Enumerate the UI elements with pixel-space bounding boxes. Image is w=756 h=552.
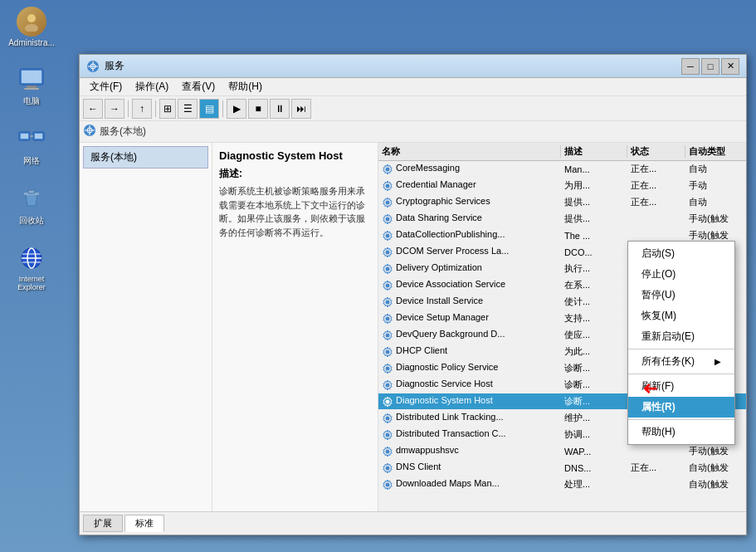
service-startup: 自动 [685, 163, 746, 175]
col-status[interactable]: 状态 [627, 145, 685, 158]
context-menu-label: 属性(R) [641, 400, 676, 414]
services-header: 名称 描述 状态 自动类型 登录为 [378, 143, 746, 161]
service-name: Distributed Transaction C... [378, 428, 561, 440]
service-name: Distributed Link Tracking... [378, 412, 561, 423]
context-menu-label: 帮助(H) [641, 425, 676, 439]
tab-standard[interactable]: 标准 [124, 515, 164, 532]
service-row[interactable]: Credential Manager 为用... 正在... 手动 本地系统 [378, 178, 746, 194]
context-menu-separator [628, 374, 734, 374]
service-name: Diagnostic System Host [378, 395, 561, 407]
service-startup: 手动(触发 [685, 212, 746, 225]
svg-point-41 [386, 449, 390, 453]
back-button[interactable]: ← [83, 99, 103, 119]
service-startup: 手动(触发 [685, 445, 746, 457]
desktop: Administra... 电脑 网络 回收站 InternetExplorer [0, 0, 756, 552]
forward-button[interactable]: → [105, 99, 124, 119]
col-desc[interactable]: 描述 [561, 145, 627, 158]
svg-rect-3 [22, 71, 41, 83]
show-hide-button[interactable]: ⊞ [159, 99, 176, 119]
desktop-icon-network[interactable]: 网络 [7, 124, 56, 167]
context-menu-label: 所有任务(K) [641, 354, 695, 369]
list-view-button[interactable]: ☰ [178, 99, 198, 119]
context-menu-item-pause[interactable]: 暂停(U) [628, 285, 734, 305]
up-button[interactable]: ↑ [132, 99, 152, 119]
service-name: CoreMessaging [378, 163, 561, 174]
service-startup: 手动 [685, 179, 746, 192]
service-name: DNS Client [378, 462, 561, 473]
menu-help[interactable]: 帮助(H) [222, 78, 269, 95]
desktop-icon-recycle-label: 回收站 [19, 215, 44, 227]
service-status: 正在... [627, 462, 685, 474]
service-name: DHCP Client [378, 345, 561, 357]
minimize-button[interactable]: ─ [681, 58, 700, 75]
service-desc: 提供... [561, 212, 627, 225]
desktop-icon-admin[interactable]: Administra... [7, 7, 56, 47]
service-name: Diagnostic Policy Service [378, 362, 561, 374]
menu-file[interactable]: 文件(F) [83, 78, 129, 95]
service-name: Delivery Optimization [378, 262, 561, 274]
title-bar: 服务 ─ □ ✕ [80, 55, 746, 78]
tab-expand[interactable]: 扩展 [83, 515, 123, 532]
desktop-icon-ie[interactable]: InternetExplorer [7, 243, 56, 291]
svg-point-1 [25, 24, 38, 32]
service-desc: 使计... [561, 296, 627, 308]
nav-item-local[interactable]: 服务(本地) [83, 146, 208, 169]
context-menu-item-help[interactable]: 帮助(H) [628, 422, 734, 442]
context-menu-label: 停止(O) [641, 267, 676, 281]
svg-point-40 [386, 432, 390, 437]
col-startup[interactable]: 自动类型 [685, 145, 746, 158]
desktop-icon-admin-label: Administra... [8, 38, 55, 47]
service-row[interactable]: Data Sharing Service 提供... 手动(触发 本地系统 [378, 211, 746, 227]
restart-button[interactable]: ⏭ [291, 99, 311, 119]
context-menu-label: 恢复(M) [641, 309, 676, 323]
context-menu-label: 启动(S) [641, 247, 675, 261]
service-name: Data Sharing Service [378, 212, 561, 224]
service-name: Device Setup Manager [378, 312, 561, 324]
detail-view-button[interactable]: ▤ [199, 99, 219, 119]
service-desc: 支持... [561, 312, 627, 325]
desktop-icon-recycle[interactable]: 回收站 [7, 183, 56, 227]
desktop-icons: Administra... 电脑 网络 回收站 InternetExplorer [7, 7, 56, 291]
desktop-icon-computer[interactable]: 电脑 [7, 64, 56, 107]
address-bar: 服务(本地) [80, 121, 746, 143]
service-desc: DNS... [561, 463, 627, 473]
service-desc: 执行... [561, 262, 627, 275]
context-menu-separator [628, 349, 734, 349]
service-row[interactable]: dmwappushsvc WAP... 手动(触发 本地系统 [378, 443, 746, 460]
service-desc: 诊断... [561, 379, 627, 391]
service-row[interactable]: Cryptographic Services 提供... 正在... 自动 网络… [378, 194, 746, 211]
pause-button[interactable]: ⏸ [270, 99, 290, 119]
context-menu-item-restart[interactable]: 重新启动(E) [628, 326, 734, 347]
col-name[interactable]: 名称 [378, 145, 561, 158]
context-menu-item-properties[interactable]: 属性(R) [628, 397, 734, 418]
maximize-button[interactable]: □ [701, 58, 719, 75]
service-name: DevQuery Background D... [378, 329, 561, 340]
context-menu-item-resume[interactable]: 恢复(M) [628, 305, 734, 326]
play-button[interactable]: ▶ [227, 99, 246, 119]
service-desc: 处理... [561, 478, 627, 491]
menu-view[interactable]: 查看(V) [175, 78, 222, 95]
service-name: Credential Manager [378, 179, 561, 191]
svg-point-37 [386, 383, 390, 387]
context-menu-item-start[interactable]: 启动(S) [628, 243, 734, 264]
service-startup: 自动(触发 [685, 478, 746, 491]
stop-button[interactable]: ■ [248, 99, 268, 119]
service-row[interactable]: Downloaded Maps Man... 处理... 自动(触发 [378, 476, 746, 493]
context-menu-item-stop[interactable]: 停止(O) [628, 264, 734, 285]
desc-title: Diagnostic System Host [219, 149, 371, 162]
service-row[interactable]: DNS Client DNS... 正在... 自动(触发 网络服务 [378, 460, 746, 476]
service-desc: DCO... [561, 247, 627, 257]
desc-text: 诊断系统主机被诊断策略服务用来承载需要在本地系统上下文中运行的诊断。如果停止该服… [219, 184, 371, 239]
svg-point-0 [27, 14, 36, 22]
menu-action[interactable]: 操作(A) [129, 78, 175, 95]
service-row[interactable]: CoreMessaging Man... 正在... 自动 本地服务 [378, 161, 746, 178]
close-button[interactable]: ✕ [721, 58, 739, 75]
context-menu-item-all_tasks[interactable]: 所有任务(K)▶ [628, 351, 734, 372]
service-name: Downloaded Maps Man... [378, 478, 561, 490]
desktop-icon-ie-label: InternetExplorer [17, 275, 46, 291]
toolbar: ← → ↑ ⊞ ☰ ▤ ▶ ■ ⏸ ⏭ [80, 96, 746, 121]
context-menu: 启动(S)停止(O)暂停(U)恢复(M)重新启动(E)所有任务(K)▶刷新(F)… [627, 241, 735, 445]
svg-point-34 [386, 333, 390, 337]
service-desc: 提供... [561, 196, 627, 208]
red-arrow-indicator: ➜ [643, 378, 658, 399]
